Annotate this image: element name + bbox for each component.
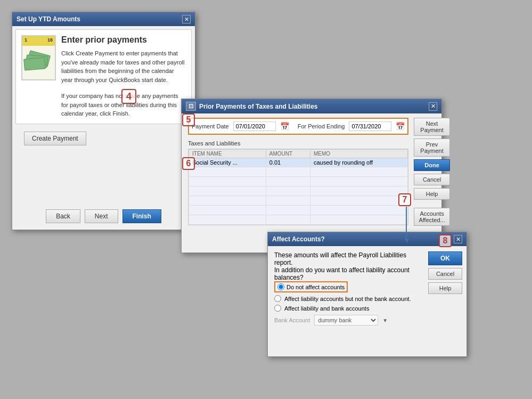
dialog1-close-button[interactable]: ✕ bbox=[182, 15, 191, 23]
radio-option-1: Do not affect accounts bbox=[274, 281, 418, 292]
back-button[interactable]: Back bbox=[46, 209, 80, 223]
bank-account-select[interactable]: dummy bank bbox=[314, 315, 378, 325]
help-button-d3[interactable]: Help bbox=[428, 282, 462, 294]
period-ending-label: For Period Ending bbox=[298, 123, 345, 129]
empty-row-2 bbox=[189, 177, 408, 186]
amount-cell: 0.01 bbox=[266, 158, 310, 167]
payment-date-calendar-icon[interactable]: 📅 bbox=[280, 122, 289, 131]
create-payment-button[interactable]: Create Payment bbox=[24, 132, 86, 145]
bill-3 bbox=[23, 57, 46, 70]
done-button[interactable]: Done bbox=[414, 159, 449, 171]
dialog2-body: Payment Date 📅 For Period Ending 📅 Taxes… bbox=[182, 113, 441, 230]
item-name-cell: Social Security ... bbox=[189, 158, 266, 167]
affect-accounts-dialog: Affect Accounts? ✕ These amounts will af… bbox=[267, 232, 467, 357]
prev-payment-button[interactable]: Prev Payment bbox=[414, 139, 449, 157]
help-button-d2[interactable]: Help bbox=[414, 188, 449, 200]
cancel-button-d3[interactable]: Cancel bbox=[428, 268, 462, 280]
dialog3-text2: In addition do you want to affect liabil… bbox=[274, 266, 418, 281]
payment-date-label: Payment Date bbox=[192, 123, 229, 129]
dialog3-layout: These amounts will affect the Payroll Li… bbox=[268, 246, 466, 331]
dialog2-titlebar: ⊡ Prior Payments of Taxes and Liabilitie… bbox=[182, 99, 441, 113]
dialog1-text-area: Enter prior payments Click Create Paymen… bbox=[61, 35, 186, 118]
dialog1-titlebar: Set Up YTD Amounts ✕ bbox=[12, 12, 195, 26]
payment-date-row: Payment Date 📅 For Period Ending 📅 bbox=[188, 118, 408, 135]
table-row[interactable]: Social Security ... 0.01 caused by round… bbox=[189, 158, 408, 167]
memo-cell: caused by rounding off bbox=[310, 158, 408, 167]
radio-no-affect[interactable] bbox=[277, 283, 284, 290]
arrow-line bbox=[406, 207, 407, 239]
dialog2-close-button[interactable]: ✕ bbox=[429, 102, 437, 111]
empty-row-4 bbox=[189, 196, 408, 206]
radio-group: Do not affect accounts Affect liability … bbox=[274, 281, 418, 312]
dialog1-heading: Enter prior payments bbox=[61, 35, 186, 45]
taxes-table: ITEM NAME AMOUNT MEMO Social Security ..… bbox=[189, 149, 408, 225]
bank-account-label: Bank Account bbox=[274, 317, 310, 323]
accounts-affected-button[interactable]: Accounts Affected... bbox=[414, 208, 449, 226]
dialog1-body-text1: Click Create Payment to enter payments t… bbox=[61, 49, 186, 84]
step-badge-8: 8 bbox=[439, 234, 452, 247]
payment-date-input[interactable] bbox=[233, 121, 276, 131]
dialog2-title: Prior Payments of Taxes and Liabilities bbox=[199, 103, 318, 110]
arrow-head: ▼ bbox=[403, 236, 411, 245]
radio-first-option[interactable]: Do not affect accounts bbox=[274, 281, 348, 292]
calendar-icon: 1 16 bbox=[21, 35, 56, 80]
radio-no-affect-label: Do not affect accounts bbox=[287, 284, 345, 290]
empty-row-1 bbox=[189, 167, 408, 177]
dialog3-close-button[interactable]: ✕ bbox=[454, 235, 462, 243]
finish-button[interactable]: Finish bbox=[122, 209, 161, 223]
step-badge-4: 4 bbox=[121, 89, 136, 104]
period-ending-calendar-icon[interactable]: 📅 bbox=[396, 122, 405, 131]
prior-payments-dialog: ⊡ Prior Payments of Taxes and Liabilitie… bbox=[181, 99, 442, 253]
radio-liability-label: Affect liability accounts but not the ba… bbox=[284, 296, 411, 302]
dialog3-text1: These amounts will affect the Payroll Li… bbox=[274, 251, 418, 266]
dialog2-sidebar: Next Payment Prev Payment Done Cancel He… bbox=[414, 118, 449, 226]
dialog1-title: Set Up YTD Amounts bbox=[17, 15, 80, 23]
radio-both[interactable] bbox=[274, 305, 281, 312]
dialog3-content: These amounts will affect the Payroll Li… bbox=[268, 246, 424, 331]
setup-ytd-dialog: Set Up YTD Amounts ✕ 1 16 Enter prior pa… bbox=[12, 12, 195, 230]
empty-row-6 bbox=[189, 215, 408, 225]
col-memo: MEMO bbox=[310, 150, 408, 158]
cancel-button-d2[interactable]: Cancel bbox=[414, 174, 449, 185]
next-payment-button[interactable]: Next Payment bbox=[414, 118, 449, 136]
ok-button[interactable]: OK bbox=[428, 251, 462, 265]
period-ending-input[interactable] bbox=[349, 121, 391, 131]
col-item-name: ITEM NAME bbox=[189, 150, 266, 158]
dialog2-main: Payment Date 📅 For Period Ending 📅 Taxes… bbox=[188, 118, 408, 226]
bank-account-row: Bank Account dummy bank ▼ bbox=[274, 315, 418, 325]
dropdown-arrow-icon: ▼ bbox=[382, 317, 388, 323]
empty-row-5 bbox=[189, 206, 408, 215]
step-badge-6: 6 bbox=[182, 157, 195, 170]
next-button[interactable]: Next bbox=[85, 209, 118, 223]
dialog2-restore-icon[interactable]: ⊡ bbox=[186, 102, 196, 111]
step-badge-5: 5 bbox=[182, 113, 195, 126]
radio-option-2: Affect liability accounts but not the ba… bbox=[274, 295, 418, 302]
radio-liability[interactable] bbox=[274, 295, 281, 302]
dialog3-titlebar: Affect Accounts? ✕ bbox=[268, 232, 466, 246]
taxes-table-container: ITEM NAME AMOUNT MEMO Social Security ..… bbox=[188, 149, 408, 225]
dialog1-footer: Back Next Finish bbox=[12, 209, 195, 223]
col-amount: AMOUNT bbox=[266, 150, 310, 158]
radio-option-3: Affect liability and bank accounts bbox=[274, 305, 418, 312]
empty-row-3 bbox=[189, 186, 408, 196]
dialog3-title: Affect Accounts? bbox=[272, 235, 325, 243]
taxes-label: Taxes and Liabilities bbox=[188, 140, 408, 146]
step-badge-7: 7 bbox=[398, 193, 411, 206]
radio-both-label: Affect liability and bank accounts bbox=[284, 305, 369, 312]
dialog3-buttons: OK Cancel Help bbox=[424, 246, 466, 331]
